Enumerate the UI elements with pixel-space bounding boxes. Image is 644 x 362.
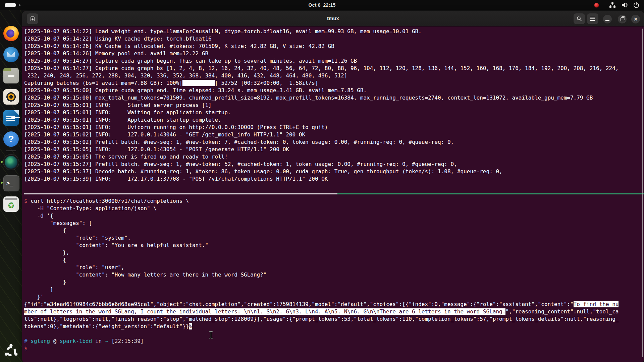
- curl-line: -d '{: [24, 212, 644, 220]
- response-line: {"id":"e34ead61f0984c67bbb6e6d68ae95ca1"…: [24, 301, 644, 308]
- dock-item-thunderbird[interactable]: [3, 47, 19, 62]
- curl-line: "role": "system",: [24, 234, 644, 242]
- prompt-time: [22:15:39]: [111, 338, 144, 344]
- progress-label: Capturing batches (bs=1 avail_mem=7.88 G…: [24, 80, 182, 86]
- prompt-dollar: $: [24, 198, 28, 204]
- terminal-scrollbar[interactable]: [642, 28, 643, 357]
- dock-item-trash[interactable]: ♻: [3, 196, 19, 212]
- response-line: mber of letters in the word SGLang, I co…: [24, 308, 644, 315]
- curl-line: ]: [24, 286, 644, 293]
- log-line: [2025-10-07 05:14:22] Using KV cache dty…: [24, 35, 644, 43]
- clock[interactable]: Oct 622:15: [0, 2, 644, 8]
- curl-line: }: [24, 279, 644, 286]
- terminal-cursor: %: [189, 323, 192, 329]
- curl-command: curl http://localhost:30000/v1/chat/comp…: [28, 198, 189, 204]
- log-line: [2025-10-07 05:14:27] Capture cuda graph…: [24, 57, 644, 65]
- clock-time: 22:15: [323, 2, 336, 8]
- log-line: [2025-10-07 05:15:05] INFO: 127.0.0.1:43…: [24, 146, 644, 153]
- curl-line: }': [24, 293, 644, 301]
- curl-line: -H "Content-Type: application/json" \: [24, 205, 644, 212]
- writer-document-icon: [3, 110, 19, 126]
- log-line: [2025-10-07 05:15:00] Capture cuda graph…: [24, 87, 644, 94]
- pane-border-right: [337, 193, 644, 194]
- log-line: [2025-10-07 05:14:26] Memory pool end. a…: [24, 50, 644, 57]
- curl-line: {: [24, 256, 644, 264]
- log-line: [2025-10-07 05:15:01] INFO: Application …: [24, 116, 644, 124]
- window-titlebar[interactable]: tmux ✕: [22, 11, 644, 26]
- ubuntu-logo-icon[interactable]: [4, 344, 18, 359]
- terminal-icon: >_: [3, 175, 19, 191]
- curl-line: "role": "user",: [24, 264, 644, 271]
- system-tray[interactable]: [594, 0, 639, 10]
- log-line: [2025-10-07 05:15:39] INFO: 172.17.0.1:3…: [24, 175, 644, 183]
- power-icon[interactable]: [633, 2, 639, 8]
- running-indicator-dot: [1, 161, 3, 163]
- clock-date: Oct 6: [309, 2, 321, 8]
- shell-prompt: $: [24, 345, 644, 352]
- help-question-icon: ?: [3, 131, 19, 147]
- response-json: {"id":"e34ead61f0984c67bbb6e6d68ae95ca1"…: [24, 301, 574, 307]
- log-line: [2025-10-07 05:14:27] Capture cuda graph…: [24, 65, 644, 72]
- log-line: [2025-10-07 05:15:27] Prefill batch. #ne…: [24, 161, 644, 168]
- progress-line: Capturing batches (bs=1 avail_mem=7.88 G…: [24, 79, 644, 87]
- volume-icon[interactable]: [621, 2, 628, 8]
- response-line: tokens":0},"metadata":{"weight_version":…: [24, 323, 644, 330]
- files-folder-icon: [3, 68, 19, 83]
- top-bar: Oct 622:15: [0, 0, 644, 10]
- tmux-pane-border[interactable]: [24, 190, 644, 197]
- prompt-in: in: [95, 338, 102, 344]
- response-json: tokens":0},"metadata":{"weight_version":…: [24, 323, 189, 329]
- dock: ? >_ ♻: [0, 10, 22, 362]
- dock-item-firefox[interactable]: [3, 26, 19, 41]
- minimize-icon: [605, 20, 609, 21]
- curl-line: "content": "You are a helpful assistant.…: [24, 242, 644, 249]
- selected-text: To find the nu: [574, 301, 619, 307]
- dock-item-files[interactable]: [3, 68, 19, 83]
- tmux-window: tmux ✕ [2025-10-07 05:14:22] Load weight…: [22, 11, 644, 362]
- trash-icon: ♻: [3, 196, 19, 212]
- prompt-at: @: [53, 338, 57, 344]
- hamburger-icon: [590, 18, 595, 19]
- prompt-hash: #: [24, 338, 28, 344]
- firefox-icon: [3, 26, 19, 41]
- curl-line: "content": "How many letters are there i…: [24, 271, 644, 279]
- progress-bar: ██████████: [182, 80, 215, 86]
- log-line: [2025-10-07 05:15:05] The server is fire…: [24, 153, 644, 161]
- log-line: [2025-10-07 05:15:02] INFO: 127.0.0.1:43…: [24, 131, 644, 138]
- dock-item-terminal[interactable]: >_: [3, 175, 19, 191]
- network-icon[interactable]: [609, 2, 616, 8]
- curl-line: "messages": [: [24, 220, 644, 227]
- menu-button[interactable]: [587, 13, 598, 24]
- curl-line: $ curl http://localhost:30000/v1/chat/co…: [24, 197, 644, 205]
- maximize-button[interactable]: [618, 15, 627, 23]
- terminal-screen[interactable]: [2025-10-07 05:14:22] Load weight end. t…: [22, 26, 644, 362]
- selected-text: mber of letters in the word SGLang, I co…: [24, 308, 505, 315]
- maximize-icon: [621, 17, 624, 21]
- log-line: [2025-10-07 05:15:02] Prefill batch. #ne…: [24, 138, 644, 146]
- close-button[interactable]: ✕: [631, 15, 640, 23]
- log-line: [2025-10-07 05:15:01] INFO: Started serv…: [24, 102, 644, 109]
- log-line: [2025-10-07 05:14:22] Load weight end. t…: [24, 28, 644, 35]
- running-indicator-dot: [1, 182, 3, 184]
- screen-record-indicator-icon[interactable]: [594, 3, 599, 8]
- response-json: ","reasoning_content":null,"tool_ca: [505, 308, 619, 315]
- pane-border-left: [24, 193, 337, 194]
- rhythmbox-speaker-icon: [3, 89, 19, 105]
- window-title: tmux: [22, 15, 644, 21]
- response-line: lls":null},"logprobs":null,"finish_reaso…: [24, 315, 644, 323]
- search-icon: [577, 16, 582, 21]
- log-line: [2025-10-07 05:15:01] INFO: Waiting for …: [24, 109, 644, 116]
- dock-item-libreoffice-writer[interactable]: [3, 110, 19, 126]
- dock-item-camera[interactable]: [3, 155, 19, 170]
- dock-item-help[interactable]: ?: [3, 131, 19, 147]
- progress-stats: | 52/52 [00:32<00:00, 1.58it/s]: [215, 80, 318, 86]
- prompt-user: sglang: [28, 338, 53, 344]
- mouse-cursor-ibeam: [209, 330, 213, 339]
- dock-item-rhythmbox[interactable]: [3, 89, 19, 105]
- search-button[interactable]: [574, 13, 585, 24]
- thunderbird-icon: [3, 47, 19, 62]
- prompt-host: spark-1bdd: [56, 338, 95, 344]
- minimize-button[interactable]: [603, 15, 612, 23]
- prompt-path: ~: [102, 338, 111, 344]
- curl-line: {: [24, 227, 644, 234]
